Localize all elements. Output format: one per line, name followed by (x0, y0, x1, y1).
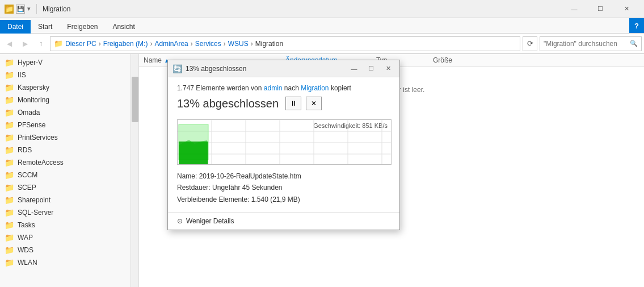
dialog-footer[interactable]: ⊙ Weniger Details (168, 212, 399, 230)
folder-icon: 📁 (5, 158, 14, 167)
search-box[interactable]: 🔍 (540, 36, 642, 51)
to-link[interactable]: Migration (301, 84, 329, 92)
breadcrumb-dieser-pc[interactable]: Dieser PC (65, 40, 96, 48)
sidebar-item-sharepoint[interactable]: 📁 Sharepoint (0, 194, 138, 206)
dialog-subtitle: 1.747 Elemente werden von admin nach Mig… (177, 84, 390, 92)
breadcrumb-sep1: › (99, 40, 101, 48)
titlebar-controls: — ☐ ✕ (561, 0, 639, 18)
dialog-minimize-button[interactable]: — (347, 63, 361, 75)
dialog-body: 1.747 Elemente werden von admin nach Mig… (168, 77, 399, 212)
cancel-button[interactable]: ✕ (306, 97, 322, 110)
breadcrumb[interactable]: 📁 Dieser PC › Freigaben (M:) › AdminArea… (50, 36, 520, 51)
folder-icon: 📁 (5, 183, 14, 192)
sidebar-item-wap[interactable]: 📁 WAP (0, 231, 138, 244)
sidebar-item-omada[interactable]: 📁 Omada (0, 106, 138, 119)
sidebar-item-tasks[interactable]: 📁 Tasks (0, 219, 138, 231)
sidebar-item-hyper-v[interactable]: 📁 Hyper-V (0, 56, 138, 69)
sidebar-item-pfsense[interactable]: 📁 PFSense (0, 119, 138, 131)
folder-icon: 📁 (5, 258, 14, 267)
pause-button[interactable]: ⏸ (285, 97, 301, 110)
sidebar-label: Kaspersky (18, 84, 49, 91)
folder-icon: 📁 (5, 221, 14, 230)
folder-icon: 📁 (5, 95, 14, 105)
sidebar-item-printservices[interactable]: 📁 PrintServices (0, 131, 138, 144)
breadcrumb-sep5: › (251, 40, 253, 48)
sidebar-item-kaspersky[interactable]: 📁 Kaspersky (0, 81, 138, 94)
name-value: 2019-10-26-RealUpdateState.htm (199, 172, 301, 180)
sidebar-label: PFSense (18, 121, 45, 129)
sidebar-label: RemoteAccess (18, 159, 64, 167)
folder-icon: 📁 (5, 83, 14, 92)
ribbon-tabs: Datei Start Freigeben Ansicht ? (0, 18, 644, 33)
breadcrumb-folder-icon: 📁 (54, 39, 63, 48)
minimize-button[interactable]: — (561, 0, 587, 18)
window-title: Migration (43, 5, 558, 13)
column-size[interactable]: Größe (433, 56, 478, 64)
file-area: Name ▲ Änderungsdatum Typ Größe Dieser O… (139, 54, 644, 287)
help-button[interactable]: ? (629, 18, 644, 33)
remaining-label: Verbleibende Elemente: (177, 196, 249, 203)
tab-ansicht[interactable]: Ansicht (105, 20, 142, 34)
sidebar-item-iis[interactable]: 📁 IIS (0, 69, 138, 81)
progress-dialog: 🔄 13% abgeschlossen — ☐ ✕ 1.747 Elemente… (167, 60, 400, 230)
dialog-maximize-button[interactable]: ☐ (364, 63, 378, 75)
titlebar: 📁 💾 ▾ Migration — ☐ ✕ (0, 0, 644, 18)
breadcrumb-sep2: › (150, 40, 152, 48)
folder-icon: 📁 (5, 246, 14, 255)
graph-svg (178, 120, 392, 165)
sidebar-scrollbar[interactable] (131, 54, 138, 287)
from-link[interactable]: admin (264, 84, 283, 92)
sidebar-item-monitoring[interactable]: 📁 Monitoring (0, 94, 138, 106)
sidebar-label: Hyper-V (18, 59, 43, 66)
refresh-button[interactable]: ⟳ (523, 36, 537, 51)
sidebar-item-sccm[interactable]: 📁 SCCM (0, 169, 138, 181)
tab-start[interactable]: Start (31, 20, 60, 34)
speed-graph: Geschwindigkeit: 851 KB/s (177, 119, 392, 165)
sidebar-label: SCEP (18, 184, 36, 192)
sidebar-item-rds[interactable]: 📁 RDS (0, 144, 138, 156)
dialog-close-button[interactable]: ✕ (381, 63, 395, 75)
search-input[interactable] (544, 40, 628, 48)
dialog-details: Name: 2019-10-26-RealUpdateState.htm Res… (177, 170, 390, 205)
breadcrumb-services[interactable]: Services (195, 40, 221, 48)
breadcrumb-sep4: › (224, 40, 226, 48)
quick-access-dropdown[interactable]: ▾ (27, 5, 31, 13)
sidebar-label: SQL-Server (18, 209, 53, 217)
maximize-button[interactable]: ☐ (587, 0, 613, 18)
sidebar-label: WDS (18, 246, 33, 254)
folder-icon: 📁 (5, 145, 14, 155)
sidebar-item-wlan[interactable]: 📁 WLAN (0, 256, 138, 269)
tab-datei[interactable]: Datei (0, 20, 31, 34)
duration-label: Restdauer: (177, 184, 211, 192)
cancel-icon: ✕ (311, 99, 317, 107)
chevron-up-icon: ⊙ (177, 217, 183, 225)
breadcrumb-wsus[interactable]: WSUS (228, 40, 249, 48)
folder-quick-access-icon[interactable]: 📁 (5, 5, 14, 14)
sidebar-item-remoteaccess[interactable]: 📁 RemoteAccess (0, 156, 138, 169)
sidebar-item-sql-server[interactable]: 📁 SQL-Server (0, 206, 138, 219)
addressbar: ◀ ▶ ↑ 📁 Dieser PC › Freigaben (M:) › Adm… (0, 34, 644, 54)
folder-icon: 📁 (5, 196, 14, 205)
sidebar-label: SCCM (18, 171, 37, 179)
remaining-value: 1.540 (21,9 MB) (251, 196, 300, 203)
breadcrumb-freigaben[interactable]: Freigaben (M:) (103, 40, 148, 48)
quick-access-icon2[interactable]: 💾 (16, 5, 25, 14)
sidebar-label: Sharepoint (18, 196, 50, 204)
folder-icon: 📁 (5, 133, 14, 142)
up-button[interactable]: ↑ (34, 37, 48, 51)
main-area: 📁 Hyper-V 📁 IIS 📁 Kaspersky 📁 Monitoring… (0, 54, 644, 287)
folder-icon: 📁 (5, 108, 14, 117)
back-button[interactable]: ◀ (2, 37, 16, 51)
sidebar-label: WLAN (18, 259, 37, 267)
tab-freigeben[interactable]: Freigeben (60, 20, 105, 34)
sidebar-item-wds[interactable]: 📁 WDS (0, 244, 138, 256)
detail-name-row: Name: 2019-10-26-RealUpdateState.htm (177, 170, 390, 182)
dialog-controls: ⏸ ✕ (285, 97, 322, 110)
sidebar-item-scep[interactable]: 📁 SCEP (0, 181, 138, 194)
sidebar-label: Monitoring (18, 96, 49, 104)
breadcrumb-adminarea[interactable]: AdminArea (154, 40, 188, 48)
detail-duration-row: Restdauer: Ungefähr 45 Sekunden (177, 182, 390, 193)
forward-button[interactable]: ▶ (18, 37, 32, 51)
name-label: Name: (177, 172, 197, 180)
close-button[interactable]: ✕ (613, 0, 639, 18)
